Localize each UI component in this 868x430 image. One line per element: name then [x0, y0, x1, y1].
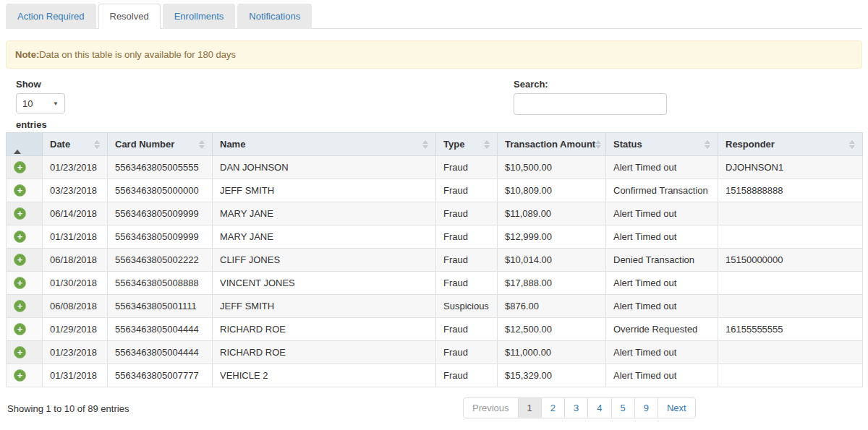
- note-banner: Note:Data on this table is only availabl…: [6, 40, 862, 69]
- column-header-card-number[interactable]: Card Number: [108, 133, 213, 156]
- column-header-name[interactable]: Name: [213, 133, 436, 156]
- cell-status: Alert Timed out: [606, 295, 718, 318]
- table-row: +01/29/20185563463805004444RICHARD ROEFr…: [7, 318, 863, 341]
- entries-label: entries: [16, 119, 65, 130]
- cell-status: Alert Timed out: [606, 225, 718, 249]
- cell-date: 01/29/2018: [43, 318, 108, 341]
- cell-responder: [718, 295, 863, 318]
- cell-date: 01/23/2018: [43, 156, 108, 179]
- table-row: +06/18/20185563463805002222CLIFF JONESFr…: [7, 249, 863, 272]
- page-button-4[interactable]: 4: [587, 397, 611, 418]
- expand-row-icon[interactable]: +: [14, 231, 26, 243]
- column-label: Responder: [726, 139, 775, 150]
- expand-row-icon[interactable]: +: [14, 346, 26, 358]
- cell-name: CLIFF JONES: [213, 249, 436, 272]
- column-label: Card Number: [115, 139, 174, 150]
- cell-responder: DJOHNSON1: [718, 156, 863, 179]
- cell-name: MARY JANE: [213, 202, 436, 225]
- cell-amount: $12,999.00: [498, 225, 606, 249]
- expand-row-icon[interactable]: +: [14, 207, 26, 220]
- cell-date: 06/08/2018: [43, 295, 108, 318]
- cell-type: Fraud: [436, 364, 498, 387]
- cell-amount: $12,500.00: [498, 318, 606, 341]
- cell-date: 06/18/2018: [43, 249, 108, 272]
- expand-cell: +: [7, 225, 43, 249]
- search-group: Search:: [514, 79, 667, 115]
- cell-responder: [718, 225, 863, 249]
- expand-row-icon[interactable]: +: [14, 369, 26, 382]
- pagination-ellipsis: ...: [670, 402, 678, 413]
- tab-enrollments[interactable]: Enrollments: [163, 4, 236, 29]
- cell-type: Fraud: [436, 179, 498, 202]
- column-label: Date: [50, 139, 70, 150]
- expand-row-icon[interactable]: +: [14, 161, 26, 173]
- table-row: +06/14/20185563463805009999MARY JANEFrau…: [7, 202, 863, 225]
- expand-row-icon[interactable]: +: [14, 254, 26, 266]
- cell-name: VINCENT JONES: [213, 272, 436, 295]
- expand-row-icon[interactable]: +: [14, 300, 26, 312]
- cell-status: Override Requested: [606, 318, 718, 341]
- cell-card: 5563463805001111: [108, 295, 213, 318]
- column-header-responder[interactable]: Responder: [718, 133, 863, 156]
- table-row: +01/23/20185563463805005555DAN JOHNSONFr…: [7, 156, 863, 179]
- page-button-1[interactable]: 1: [518, 397, 542, 418]
- cell-type: Fraud: [436, 341, 498, 364]
- column-label: Type: [443, 139, 464, 150]
- page-size-select[interactable]: 10 ▼: [16, 93, 65, 113]
- page-button-3[interactable]: 3: [564, 397, 588, 418]
- table-header-row: DateCard NumberNameTypeTransaction Amoun…: [7, 133, 863, 156]
- expand-row-icon[interactable]: +: [14, 277, 26, 289]
- cell-date: 06/14/2018: [43, 202, 108, 225]
- cell-status: Alert Timed out: [606, 364, 718, 387]
- cell-amount: $11,089.00: [498, 202, 606, 225]
- cell-name: VEHICLE 2: [213, 364, 436, 387]
- sort-carets-icon: [849, 140, 855, 149]
- cell-type: Fraud: [436, 225, 498, 249]
- cell-type: Fraud: [436, 156, 498, 179]
- cell-name: MARY JANE: [213, 225, 436, 249]
- table-controls: Show 10 ▼ entries Search:: [6, 79, 862, 132]
- cell-amount: $15,329.00: [498, 364, 606, 387]
- tab-action-required[interactable]: Action Required: [6, 4, 96, 29]
- note-text: Data on this table is only available for…: [39, 49, 236, 60]
- expand-cell: +: [7, 318, 43, 341]
- cell-name: DAN JOHNSON: [213, 156, 436, 179]
- column-label: Name: [220, 139, 245, 150]
- page-button-5[interactable]: 5: [611, 397, 635, 418]
- cell-responder: [718, 272, 863, 295]
- column-header-transaction-amount[interactable]: Transaction Amount: [498, 133, 606, 156]
- expand-cell: +: [7, 156, 43, 179]
- cell-status: Alert Timed out: [606, 272, 718, 295]
- cell-date: 01/23/2018: [43, 341, 108, 364]
- tab-resolved[interactable]: Resolved: [98, 4, 161, 29]
- cell-name: JEFF SMITH: [213, 179, 436, 202]
- column-header-expand[interactable]: [7, 133, 43, 156]
- expand-cell: +: [7, 272, 43, 295]
- column-label: Status: [613, 139, 642, 150]
- page-button-previous[interactable]: Previous: [463, 397, 519, 418]
- column-header-status[interactable]: Status: [606, 133, 718, 156]
- resolved-alerts-page: Action RequiredResolvedEnrollmentsNotifi…: [0, 0, 868, 425]
- page-button-2[interactable]: 2: [541, 397, 565, 418]
- column-header-date[interactable]: Date: [43, 133, 108, 156]
- cell-type: Fraud: [436, 202, 498, 225]
- cell-amount: $10,809.00: [498, 179, 606, 202]
- table-row: +01/31/20185563463805009999MARY JANEFrau…: [7, 225, 863, 249]
- search-input[interactable]: [514, 93, 667, 115]
- sort-carets-icon: [94, 140, 100, 149]
- expand-row-icon[interactable]: +: [14, 323, 26, 335]
- cell-card: 5563463805004444: [108, 341, 213, 364]
- cell-card: 5563463805005555: [108, 156, 213, 179]
- table-row: +03/23/20185563463805000000JEFF SMITHFra…: [7, 179, 863, 202]
- column-header-type[interactable]: Type: [436, 133, 498, 156]
- note-prefix: Note:: [15, 49, 39, 60]
- expand-cell: +: [7, 341, 43, 364]
- page-button-9[interactable]: 9: [634, 397, 658, 418]
- expand-row-icon[interactable]: +: [14, 184, 26, 197]
- cell-type: Fraud: [436, 272, 498, 295]
- table-body: +01/23/20185563463805005555DAN JOHNSONFr…: [7, 156, 863, 387]
- cell-amount: $876.00: [498, 295, 606, 318]
- cell-date: 01/31/2018: [43, 225, 108, 249]
- cell-responder: 16155555555: [718, 318, 863, 341]
- tab-notifications[interactable]: Notifications: [237, 4, 312, 29]
